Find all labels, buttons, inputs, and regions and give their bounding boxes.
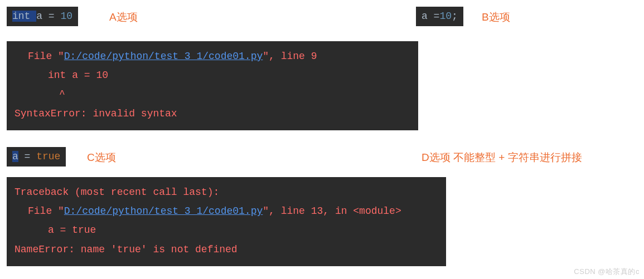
- error-file-link[interactable]: D:/code/python/test_3_1/code01.py: [64, 51, 263, 62]
- error-file-link[interactable]: D:/code/python/test_3_1/code01.py: [64, 205, 263, 217]
- error-c-line1: Traceback (most recent call last):: [14, 183, 438, 202]
- error-text: File ": [28, 51, 64, 62]
- error-text: ", line 9: [263, 51, 317, 62]
- code-text: a =10;: [422, 11, 458, 22]
- error-block-c: Traceback (most recent call last): File …: [7, 177, 446, 266]
- code-text: a = true: [12, 151, 60, 162]
- error-c-line3: a = true: [14, 221, 438, 239]
- error-text: File ": [28, 205, 64, 217]
- option-d-label: D选项 不能整型 + 字符串进行拼接: [422, 150, 582, 165]
- code-text: int a = 10: [12, 11, 72, 22]
- watermark: CSDN @哈茶真的c: [574, 267, 640, 277]
- error-a-line4: SyntaxError: invalid syntax: [14, 104, 410, 123]
- error-a-line1: File "D:/code/python/test_3_1/code01.py"…: [14, 47, 410, 66]
- error-c-line4: NameError: name 'true' is not defined: [14, 240, 438, 259]
- code-snippet-c: a = true: [7, 147, 66, 167]
- error-text: ", line 13, in <module>: [263, 205, 401, 217]
- option-b-label: B选项: [482, 10, 510, 25]
- option-a-label: A选项: [109, 10, 138, 25]
- error-c-line2: File "D:/code/python/test_3_1/code01.py"…: [14, 202, 438, 221]
- error-a-caret: ^: [14, 85, 410, 104]
- code-snippet-a: int a = 10: [7, 7, 78, 26]
- option-c-label: C选项: [87, 150, 116, 165]
- error-a-line2: int a = 10: [14, 66, 410, 85]
- error-block-a: File "D:/code/python/test_3_1/code01.py"…: [7, 41, 418, 130]
- code-snippet-b: a =10;: [416, 7, 463, 26]
